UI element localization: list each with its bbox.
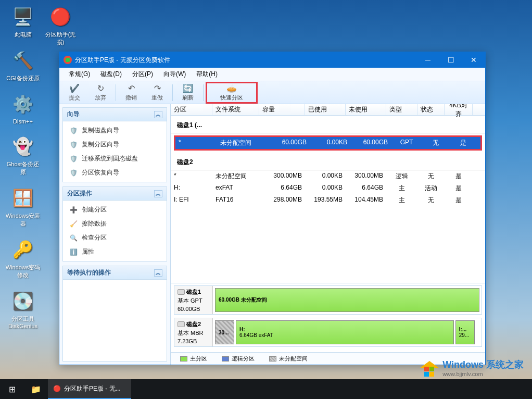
partition-list[interactable]: 磁盘1 (... *未分配空间 60.00GB0.00KB 60.00GBGPT… xyxy=(171,116,485,283)
refresh-button[interactable]: 🔄刷新 xyxy=(175,82,201,103)
taskbar: ⊞ 📁 🔴分区助手PE版 - 无... xyxy=(0,379,532,399)
desktop-icon[interactable]: 🖥️此电脑 xyxy=(4,4,42,39)
toolbar: ✔️提交 ↻放弃 ↶撤销 ↷重做 🔄刷新 🥧快速分区 xyxy=(59,81,485,104)
desktop-icon[interactable]: 💽分区工具DiskGenius xyxy=(4,289,42,329)
partition-row[interactable]: I: EFIFAT16 298.00MB193.55MB 104.45MB主 无… xyxy=(171,194,485,206)
disk-map: 磁盘1基本 GPT60.00GB 60.00GB 未分配空间 xyxy=(174,285,482,315)
wizard-item[interactable]: 🛡️分区恢复向导 xyxy=(63,166,167,180)
wizard-item[interactable]: 🛡️复制磁盘向导 xyxy=(63,123,167,138)
disk-icon xyxy=(178,289,185,295)
start-button[interactable]: ⊞ xyxy=(0,379,24,399)
minimize-button[interactable]: ─ xyxy=(416,52,439,68)
desktop-icon[interactable]: 🔴分区助手(无损) xyxy=(42,4,79,46)
disk-header: 磁盘1 (... xyxy=(171,116,485,133)
disk-bar[interactable]: H:6.64GB exFAT xyxy=(236,320,454,344)
collapse-icon[interactable]: ︽ xyxy=(154,190,162,197)
app-icon xyxy=(64,56,72,64)
menu-item[interactable]: 分区(P) xyxy=(127,68,158,81)
wizard-item[interactable]: 🛡️迁移系统到固态磁盘 xyxy=(63,152,167,166)
menu-item[interactable]: 向导(W) xyxy=(158,68,191,81)
app-window: 分区助手PE版 - 无损分区免费软件 ─ ☐ ✕ 常规(G)磁盘(D)分区(P)… xyxy=(59,52,486,365)
menu-item[interactable]: 常规(G) xyxy=(64,68,95,81)
maximize-button[interactable]: ☐ xyxy=(439,52,462,68)
collapse-icon[interactable]: ︽ xyxy=(154,269,162,277)
commit-button[interactable]: ✔️提交 xyxy=(61,82,87,103)
collapse-icon[interactable]: ︽ xyxy=(154,111,162,118)
pending-panel: 等待执行的操作︽ xyxy=(62,266,167,361)
close-button[interactable]: ✕ xyxy=(462,52,485,68)
redo-button[interactable]: ↷重做 xyxy=(144,82,170,103)
menubar: 常规(G)磁盘(D)分区(P)向导(W)帮助(H) xyxy=(59,68,485,81)
discard-button[interactable]: ↻放弃 xyxy=(87,82,113,103)
desktop-icon[interactable]: 🔨CGI备份还原 xyxy=(4,48,42,82)
op-item[interactable]: ℹ️属性 xyxy=(63,245,167,259)
op-item[interactable]: ➕创建分区 xyxy=(63,203,167,217)
titlebar[interactable]: 分区助手PE版 - 无损分区免费软件 ─ ☐ ✕ xyxy=(59,52,485,68)
desktop-icon[interactable]: ⚙️Dism++ xyxy=(4,92,42,124)
menu-item[interactable]: 磁盘(D) xyxy=(95,68,127,81)
taskbar-item[interactable]: 🔴分区助手PE版 - 无... xyxy=(48,379,131,399)
disk-bar[interactable]: 30... xyxy=(215,320,234,344)
desktop-icon[interactable]: 🔑Windows密码修改 xyxy=(4,237,42,279)
partition-row[interactable]: H:exFAT 6.64GB0.00KB 6.64GB主 活动是 xyxy=(171,182,485,194)
partition-row[interactable]: *未分配空间 60.00GB0.00KB 60.00GBGPT 无是 xyxy=(175,137,480,149)
column-headers: 分区 文件系统 容量 已使用 未使用 类型 状态 4KB对齐 xyxy=(171,104,485,116)
partition-row[interactable]: *未分配空间 300.00MB0.00KB 300.00MB逻辑 无是 xyxy=(171,170,485,182)
wizard-item[interactable]: 🛡️复制分区向导 xyxy=(63,138,167,152)
disk-icon xyxy=(178,321,185,327)
wizard-panel: 向导︽ 🛡️复制磁盘向导🛡️复制分区向导🛡️迁移系统到固态磁盘🛡️分区恢复向导 xyxy=(62,107,167,182)
watermark: Windows 系统之家www.bjjmlv.com xyxy=(420,358,524,377)
sidebar: 向导︽ 🛡️复制磁盘向导🛡️复制分区向导🛡️迁移系统到固态磁盘🛡️分区恢复向导 … xyxy=(59,104,170,365)
disk-bar[interactable]: I:...29... xyxy=(455,320,475,344)
disk-bar[interactable]: 60.00GB 未分配空间 xyxy=(215,288,479,312)
disk-map: 磁盘2基本 MBR7.23GB 30...H:6.64GB exFATI:...… xyxy=(174,318,482,347)
main-area: 分区 文件系统 容量 已使用 未使用 类型 状态 4KB对齐 磁盘1 (... … xyxy=(170,104,485,365)
desktop-icon[interactable]: 👻Ghost备份还原 xyxy=(4,134,42,176)
desktop-icon[interactable]: 🪟Windows安装器 xyxy=(4,185,42,228)
op-item[interactable]: 🔍检查分区 xyxy=(63,231,167,245)
explorer-icon[interactable]: 📁 xyxy=(24,379,48,399)
undo-button[interactable]: ↶撤销 xyxy=(118,82,144,103)
ops-panel: 分区操作︽ ➕创建分区🧹擦除数据🔍检查分区ℹ️属性 xyxy=(62,186,167,261)
menu-item[interactable]: 帮助(H) xyxy=(191,68,223,81)
quick-partition-button[interactable]: 🥧快速分区 xyxy=(206,82,258,104)
window-title: 分区助手PE版 - 无损分区免费软件 xyxy=(75,56,170,65)
disk-map-area: 磁盘1基本 GPT60.00GB 60.00GB 未分配空间 磁盘2基本 MBR… xyxy=(171,283,485,352)
op-item[interactable]: 🧹擦除数据 xyxy=(63,217,167,231)
disk-header: 磁盘2 xyxy=(171,153,485,170)
